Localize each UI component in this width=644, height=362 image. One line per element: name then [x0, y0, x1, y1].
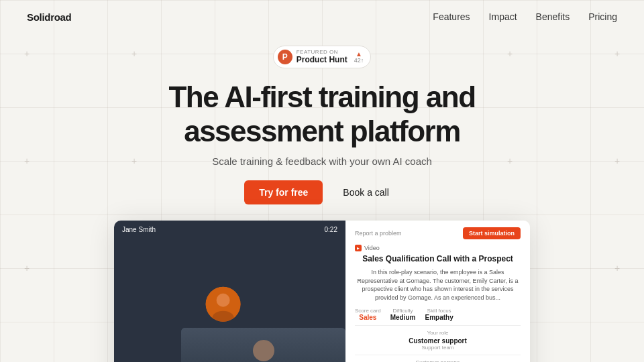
logo: Solidroad [27, 11, 71, 23]
start-simulation-button[interactable]: Start simulation [463, 227, 521, 239]
score-card-value: Sales [355, 314, 381, 321]
info-top-bar: Report a problem Start simulation [355, 227, 521, 239]
cta-group: Try for free Book a call [0, 180, 644, 204]
video-avatar [205, 286, 240, 321]
skill-focus-label: Skill focus [425, 308, 453, 314]
report-problem-link[interactable]: Report a problem [355, 230, 402, 237]
participant-name: Jane Smith [122, 226, 156, 233]
skill-focus-meta: Skill focus Empathy [425, 308, 453, 321]
score-card-meta: Score card Sales [355, 308, 381, 321]
main-content: P FEATURED ON Product Hunt ▲ 42↑ The AI-… [0, 34, 644, 362]
product-hunt-badge[interactable]: P FEATURED ON Product Hunt ▲ 42↑ [273, 46, 372, 68]
ph-score: 42↑ [354, 58, 364, 64]
divider [355, 325, 521, 326]
hero-subheadline: Scale training & feedback with your own … [0, 156, 644, 167]
difficulty-label: Difficulty [390, 308, 416, 314]
ph-logo-icon: P [278, 50, 292, 64]
info-panel: Report a problem Start simulation Video … [345, 221, 530, 362]
hero-headline: The AI-first training and assessment pla… [121, 80, 523, 148]
customer-persona-label: Customer persona [355, 359, 521, 362]
nav-impact[interactable]: Impact [489, 11, 517, 22]
skill-focus-value: Empathy [425, 314, 453, 321]
video-header: Jane Smith 0:22 [114, 221, 345, 239]
nav-links: Features Impact Benefits Pricing [433, 11, 617, 23]
difficulty-value: Medium [390, 314, 416, 321]
silhouette-head [253, 340, 274, 361]
your-role-label: Your role [355, 330, 521, 336]
customer-persona-section: Customer persona Jane Smith Enterprise c… [355, 359, 521, 362]
ph-rating: ▲ 42↑ [354, 51, 364, 64]
svg-point-1 [216, 293, 229, 306]
divider-2 [355, 355, 521, 355]
ph-text: FEATURED ON Product Hunt [297, 50, 347, 64]
nav-pricing[interactable]: Pricing [588, 11, 617, 22]
video-label-row: Video [355, 245, 521, 251]
scenario-description: In this role-play scenario, the employee… [355, 268, 521, 302]
scenario-title: Sales Qualification Call with a Prospect [355, 254, 521, 265]
video-panel: Jane Smith 0:22 [114, 221, 345, 362]
video-label-text: Video [364, 245, 380, 251]
your-role-value: Customer support [355, 337, 521, 345]
book-call-button[interactable]: Book a call [332, 180, 399, 204]
meta-row: Score card Sales Difficulty Medium Skill… [355, 308, 521, 321]
nav-benefits[interactable]: Benefits [536, 11, 570, 22]
dashboard-preview: Jane Smith 0:22 Repor [114, 221, 530, 362]
score-card-label: Score card [355, 308, 381, 314]
ph-featured-on-label: FEATURED ON [297, 50, 338, 55]
bottom-video-feed [181, 328, 345, 362]
ph-name-label: Product Hunt [297, 55, 347, 64]
difficulty-meta: Difficulty Medium [390, 308, 416, 321]
your-role-sub: Support team [355, 345, 521, 351]
navbar: Solidroad Features Impact Benefits Prici… [0, 0, 644, 34]
video-timer: 0:22 [325, 226, 337, 233]
role-section: Your role Customer support Support team [355, 330, 521, 351]
nav-features[interactable]: Features [433, 11, 470, 22]
try-free-button[interactable]: Try for free [244, 180, 323, 204]
video-type-icon [355, 245, 362, 251]
